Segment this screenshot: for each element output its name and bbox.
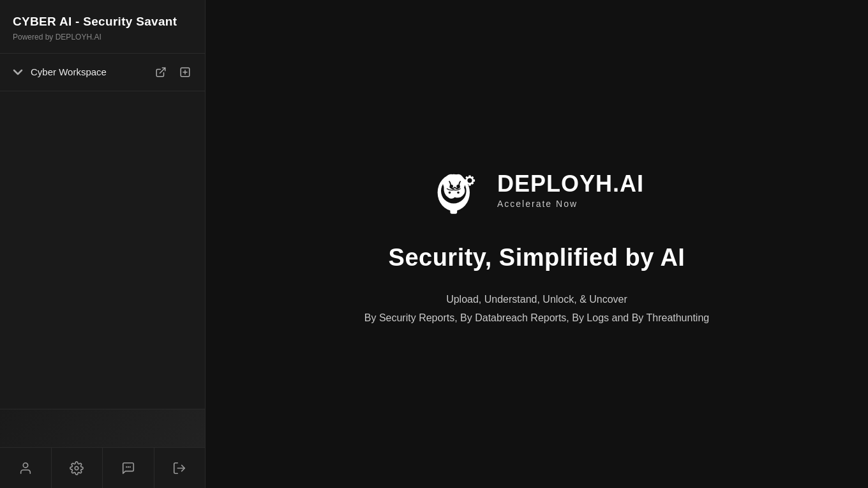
hero-subtitle-line2: By Security Reports, By Databreach Repor… — [364, 309, 709, 328]
logout-icon — [172, 461, 186, 475]
svg-rect-16 — [468, 175, 471, 178]
brand-name: DEPLOYH.AI — [497, 171, 644, 197]
chat-icon — [121, 461, 135, 475]
svg-rect-18 — [465, 179, 467, 182]
svg-point-5 — [75, 466, 79, 470]
svg-point-4 — [23, 462, 27, 467]
settings-button[interactable] — [52, 448, 103, 488]
main-content: DEPLOYH.AI Accelerate Now Security, Simp… — [206, 0, 868, 488]
svg-point-26 — [457, 191, 460, 194]
hero-subtitle: Upload, Understand, Unlock, & Uncover By… — [364, 291, 709, 328]
external-link-icon[interactable] — [151, 63, 170, 82]
settings-icon — [70, 461, 84, 475]
add-workspace-icon[interactable] — [176, 63, 195, 82]
hero-brand-text: DEPLOYH.AI Accelerate Now — [497, 171, 644, 209]
svg-rect-17 — [468, 183, 471, 186]
sidebar-content — [0, 91, 205, 409]
svg-point-12 — [449, 185, 453, 188]
svg-line-0 — [160, 68, 165, 73]
sidebar-header: CYBER AI - Security Savant Powered by DE… — [0, 0, 205, 54]
hero-title: Security, Simplified by AI — [389, 244, 685, 271]
sidebar-preview — [0, 409, 205, 447]
logout-button[interactable] — [154, 448, 206, 488]
app-subtitle: Powered by DEPLOYH.AI — [13, 33, 192, 42]
user-profile-button[interactable] — [0, 448, 52, 488]
bottom-nav — [0, 447, 205, 488]
user-icon — [19, 461, 33, 475]
svg-point-25 — [449, 191, 451, 194]
chevron-down-icon[interactable] — [10, 65, 26, 80]
deployh-brain-icon — [430, 161, 487, 218]
hero-logo: DEPLOYH.AI Accelerate Now — [430, 161, 644, 218]
svg-rect-24 — [450, 208, 457, 214]
svg-point-13 — [456, 185, 460, 188]
app-title: CYBER AI - Security Savant — [13, 14, 192, 30]
workspace-label: Cyber Workspace — [31, 66, 146, 77]
sidebar: CYBER AI - Security Savant Powered by DE… — [0, 0, 206, 488]
workspace-row[interactable]: Cyber Workspace — [0, 54, 205, 91]
svg-rect-19 — [472, 179, 475, 182]
hero-subtitle-line1: Upload, Understand, Unlock, & Uncover — [364, 291, 709, 309]
brand-tagline: Accelerate Now — [497, 199, 644, 209]
svg-point-15 — [467, 178, 472, 183]
chat-button[interactable] — [103, 448, 154, 488]
preview-image — [0, 409, 205, 448]
